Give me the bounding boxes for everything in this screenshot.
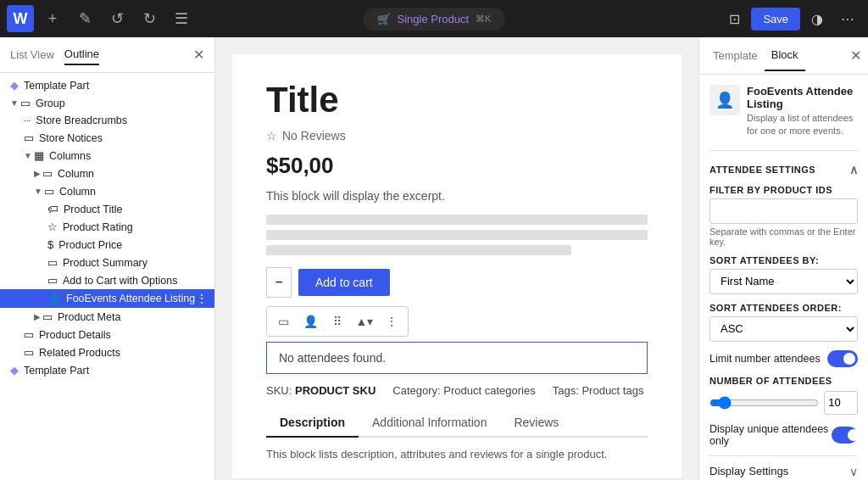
right-panel-body: 👤 FooEvents Attendee Listing Display a l… bbox=[699, 75, 868, 480]
breadcrumb-shortcut: ⌘K bbox=[476, 14, 491, 25]
sidebar-item-group[interactable]: ▼ ▭ Group bbox=[0, 94, 214, 112]
block-toolbar: ▭ 👤 ⠿ ▲▾ ⋮ bbox=[266, 306, 409, 337]
save-button[interactable]: Save bbox=[751, 8, 800, 31]
tools-button[interactable]: ✎ bbox=[71, 5, 98, 32]
sidebar-item-fooevents[interactable]: 👤 FooEvents Attendee Listing ⋮ bbox=[0, 289, 214, 308]
add-to-cart-button[interactable]: Add to cart bbox=[298, 269, 390, 296]
order-label: SORT ATTENDEES ORDER: bbox=[709, 303, 858, 313]
block-info-text: FooEvents Attendee Listing Display a lis… bbox=[747, 85, 858, 138]
sidebar-item-label: Product Meta bbox=[58, 311, 120, 323]
sidebar-item-product-details[interactable]: ▭ Product Details bbox=[0, 326, 214, 343]
product-price-icon: $ bbox=[47, 238, 53, 251]
add-block-button[interactable]: + bbox=[39, 5, 66, 32]
tab-additional-info[interactable]: Additional Information bbox=[359, 409, 500, 436]
expand-icon[interactable]: ▼ bbox=[24, 151, 32, 160]
template-part-bottom-icon: ◆ bbox=[10, 364, 19, 377]
product-rating-icon: ☆ bbox=[47, 220, 58, 233]
attendee-settings-chevron[interactable]: ∧ bbox=[849, 163, 859, 176]
topbar-right: ⊡ Save ◑ ⋯ bbox=[721, 5, 861, 32]
sidebar-item-label: Product Rating bbox=[63, 221, 133, 233]
limit-toggle[interactable] bbox=[827, 350, 858, 367]
right-panel: Template Block ✕ 👤 FooEvents Attendee Li… bbox=[698, 37, 868, 480]
undo-button[interactable]: ↺ bbox=[103, 5, 131, 32]
block-type-button[interactable]: ▭ bbox=[270, 309, 296, 334]
sidebar-item-store-notices[interactable]: ▭ Store Notices bbox=[0, 129, 214, 147]
add-to-cart-icon: ▭ bbox=[47, 274, 58, 287]
sidebar-item-label: Product Price bbox=[58, 239, 122, 251]
category-field: Category: Product categories bbox=[392, 384, 535, 397]
qty-minus-button[interactable]: − bbox=[266, 267, 292, 298]
tab-reviews[interactable]: Reviews bbox=[500, 409, 572, 436]
drag-button[interactable]: ⠿ bbox=[325, 309, 350, 334]
column-icon: ▭ bbox=[44, 185, 54, 198]
filter-hint: Separate with commas or the Enter key. bbox=[709, 226, 858, 247]
limit-toggle-label: Limit number attendees bbox=[709, 353, 821, 365]
block-info: 👤 FooEvents Attendee Listing Display a l… bbox=[709, 85, 858, 151]
display-settings-chevron[interactable]: ∨ bbox=[849, 465, 858, 478]
sidebar-item-product-summary[interactable]: ▭ Product Summary bbox=[0, 254, 214, 271]
sidebar-item-template-part-bottom[interactable]: ◆ Template Part bbox=[0, 361, 214, 379]
breadcrumb-area: 🛒 Single Product ⌘K bbox=[364, 8, 505, 31]
expand-icon[interactable]: ▼ bbox=[10, 98, 19, 108]
sidebar-item-product-rating[interactable]: ☆ Product Rating bbox=[0, 218, 214, 236]
block-desc: Display a list of attendees for one or m… bbox=[747, 112, 858, 138]
more-options-button[interactable]: ⋮ bbox=[379, 309, 404, 334]
attendees-block: No attendees found. bbox=[266, 342, 648, 374]
expand-icon[interactable]: ▼ bbox=[34, 187, 42, 196]
sidebar-item-label: Columns bbox=[49, 150, 91, 162]
expand-icon[interactable]: ▶ bbox=[34, 312, 41, 321]
sidebar-item-label: Product Details bbox=[39, 329, 111, 341]
rp-tab-template[interactable]: Template bbox=[706, 41, 765, 70]
breadcrumb-pill[interactable]: 🛒 Single Product ⌘K bbox=[364, 8, 505, 31]
styles-button[interactable]: ◑ bbox=[804, 5, 831, 32]
columns-icon: ▦ bbox=[34, 149, 44, 162]
right-panel-header: Template Block ✕ bbox=[699, 37, 868, 75]
sidebar-item-product-title[interactable]: 🏷 Product Title bbox=[0, 200, 214, 218]
item-more-button[interactable]: ⋮ bbox=[196, 292, 208, 305]
sort-select[interactable]: First Name Last Name Email Order Date bbox=[709, 269, 858, 294]
sidebar-item-column-2[interactable]: ▼ ▭ Column bbox=[0, 182, 214, 200]
attendee-settings-title: Attendee Settings ∧ bbox=[709, 163, 858, 176]
rp-tab-block[interactable]: Block bbox=[765, 40, 805, 71]
breadcrumb-title: Single Product bbox=[398, 13, 470, 25]
redo-button[interactable]: ↻ bbox=[136, 5, 163, 32]
block-name: FooEvents Attendee Listing bbox=[747, 85, 858, 110]
limit-toggle-row: Limit number attendees bbox=[709, 350, 858, 367]
sidebar-item-add-to-cart[interactable]: ▭ Add to Cart with Options bbox=[0, 271, 214, 289]
number-input[interactable] bbox=[824, 391, 858, 415]
move-up-button[interactable]: ▲▾ bbox=[352, 309, 377, 334]
line-3 bbox=[266, 245, 571, 255]
sidebar-close-button[interactable]: ✕ bbox=[193, 47, 204, 63]
sidebar-item-label: Store Notices bbox=[39, 132, 103, 144]
sidebar-item-product-meta[interactable]: ▶ ▭ Product Meta bbox=[0, 308, 214, 326]
tab-description[interactable]: Description bbox=[266, 409, 359, 438]
filter-input[interactable] bbox=[709, 198, 858, 224]
preview-button[interactable]: ⊡ bbox=[721, 5, 748, 32]
sidebar-item-store-breadcrumbs[interactable]: ··· Store Breadcrumbs bbox=[0, 112, 214, 129]
canvas-area[interactable]: Title ☆ No Reviews $50,00 This block wil… bbox=[215, 37, 698, 480]
number-range[interactable] bbox=[709, 396, 819, 410]
unique-toggle-label: Display unique attendees only bbox=[709, 423, 832, 447]
sidebar-item-product-price[interactable]: $ Product Price bbox=[0, 236, 214, 254]
sidebar-item-related-products[interactable]: ▭ Related Products bbox=[0, 343, 214, 361]
expand-icon[interactable]: ▶ bbox=[34, 169, 41, 178]
options-button[interactable]: ⋯ bbox=[834, 5, 861, 32]
meta-row: SKU: PRODUCT SKU Category: Product categ… bbox=[266, 384, 648, 397]
unique-toggle[interactable] bbox=[832, 427, 858, 444]
order-select[interactable]: ASC DESC bbox=[709, 316, 858, 342]
tab-content: This block lists description, attributes… bbox=[266, 448, 648, 460]
tab-list-view[interactable]: List View bbox=[10, 45, 54, 64]
tab-outline[interactable]: Outline bbox=[64, 44, 99, 65]
display-settings-header[interactable]: Display Settings ∨ bbox=[709, 465, 858, 478]
sidebar-item-columns[interactable]: ▼ ▦ Columns bbox=[0, 147, 214, 165]
product-meta-icon: ▭ bbox=[42, 310, 53, 323]
sidebar-item-label: Add to Cart with Options bbox=[63, 275, 177, 287]
sidebar-item-column-1[interactable]: ▶ ▭ Column bbox=[0, 165, 214, 182]
sidebar-item-label: Template Part bbox=[24, 365, 89, 377]
preview-rating: ☆ No Reviews bbox=[266, 129, 648, 142]
block-icon-button[interactable]: 👤 bbox=[298, 309, 323, 334]
notices-icon: ▭ bbox=[24, 131, 34, 144]
right-panel-close-button[interactable]: ✕ bbox=[850, 47, 861, 64]
sidebar-item-template-part-top[interactable]: ◆ Template Part bbox=[0, 76, 214, 94]
list-view-button[interactable]: ☰ bbox=[168, 5, 195, 32]
